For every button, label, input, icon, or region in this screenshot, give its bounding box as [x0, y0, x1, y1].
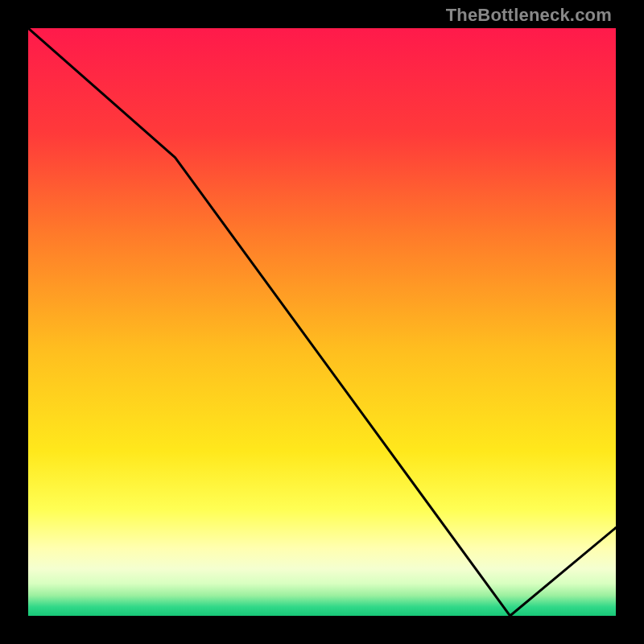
- bottleneck-curve: [28, 28, 616, 616]
- watermark-label: TheBottleneck.com: [446, 5, 612, 26]
- chart-frame: TheBottleneck.com: [0, 0, 644, 644]
- plot-area: [28, 28, 616, 616]
